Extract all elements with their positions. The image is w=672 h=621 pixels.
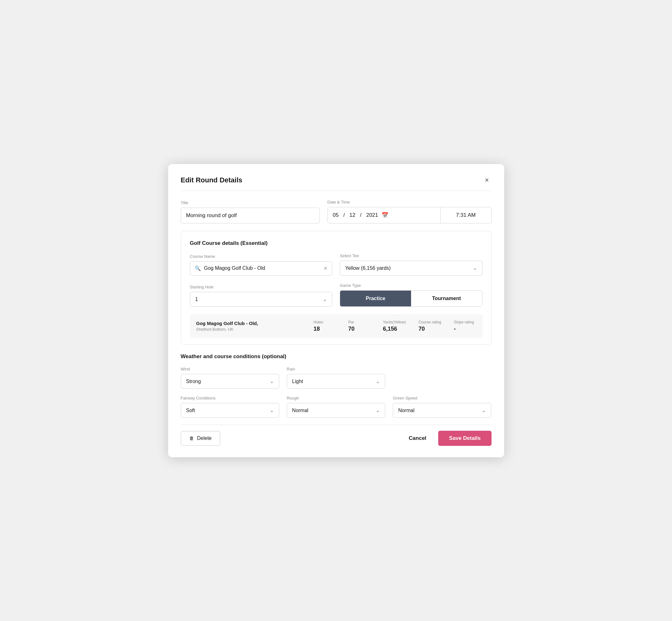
green-speed-select-wrapper: Slow Normal Fast Very Fast [393,403,491,418]
game-type-group: Game Type Practice Tournament [340,283,482,307]
holes-label: Holes [313,320,323,324]
date-sep1: / [342,212,346,218]
wind-label: Wind [181,367,279,371]
title-group: Title [181,200,320,223]
clear-course-icon[interactable]: ✕ [323,265,328,272]
golf-course-section-title: Golf Course details (Essential) [190,240,482,246]
hole-select-wrapper: 1234 5678 910 [190,292,333,307]
golf-course-section: Golf Course details (Essential) Course N… [181,231,492,344]
time-value: 7:31 AM [456,212,475,218]
course-rating-stat: Course rating 70 [418,320,441,332]
fairway-label: Fairway Conditions [181,396,279,401]
course-info-name-location: Gog Magog Golf Club - Old, Shelford Bott… [196,321,301,332]
green-speed-select[interactable]: Slow Normal Fast Very Fast [393,403,491,418]
hole-select[interactable]: 1234 5678 910 [190,292,333,307]
course-info-bar: Gog Magog Golf Club - Old, Shelford Bott… [190,314,482,338]
date-sep2: / [359,212,363,218]
rough-select[interactable]: Short Normal Long Very Long [287,403,385,418]
wind-rain-row: Wind None Light Moderate Strong Very Str… [181,367,492,389]
holes-stat: Holes 18 [313,320,336,332]
slope-rating-value: - [454,326,456,332]
date-day: 12 [349,212,355,218]
fairway-select[interactable]: Soft Normal Hard Very Hard [181,403,279,418]
starting-hole-label: Starting Hole [190,285,333,289]
green-speed-group: Green Speed Slow Normal Fast Very Fast [393,396,491,418]
conditions-section-title: Weather and course conditions (optional) [181,354,492,360]
par-label: Par [348,320,354,324]
green-speed-label: Green Speed [393,396,491,401]
rough-group: Rough Short Normal Long Very Long [287,396,385,418]
slope-rating-label: Slope rating [454,320,474,324]
holes-value: 18 [313,326,320,332]
fairway-rough-green-row: Fairway Conditions Soft Normal Hard Very… [181,396,492,418]
yards-stat: Yards(Yellow) 6,156 [383,320,406,332]
date-time-container: 05 / 12 / 2021 📅 7:31 AM [328,207,492,223]
course-name-label: Course Name [190,254,333,259]
starting-hole-group: Starting Hole 1234 5678 910 [190,285,333,307]
delete-label: Delete [197,436,212,441]
yards-label: Yards(Yellow) [383,320,406,324]
course-name-group: Course Name 🔍 ✕ [190,254,333,276]
par-stat: Par 70 [348,320,370,332]
calendar-icon: 📅 [381,212,388,219]
course-location-display: Shelford Bottom, UK [196,327,301,332]
slope-rating-stat: Slope rating - [454,320,476,332]
modal-title: Edit Round Details [181,176,243,184]
par-value: 70 [348,326,354,332]
rough-select-wrapper: Short Normal Long Very Long [287,403,385,418]
game-type-label: Game Type [340,283,482,288]
trash-icon: 🗑 [189,436,194,441]
conditions-section: Weather and course conditions (optional)… [181,354,492,418]
cancel-button[interactable]: Cancel [406,431,430,446]
date-time-label: Date & Time [328,200,492,204]
rain-select[interactable]: None Light Moderate Heavy [287,374,385,389]
title-label: Title [181,200,320,205]
select-tee-label: Select Tee [340,253,482,258]
title-date-row: Title Date & Time 05 / 12 / 2021 📅 7:31 … [181,200,492,223]
date-time-group: Date & Time 05 / 12 / 2021 📅 7:31 AM [328,200,492,223]
footer-right-buttons: Cancel Save Details [406,431,492,446]
date-month: 05 [333,212,339,218]
practice-button[interactable]: Practice [340,291,411,306]
fairway-group: Fairway Conditions Soft Normal Hard Very… [181,396,279,418]
wind-group: Wind None Light Moderate Strong Very Str… [181,367,279,389]
edit-round-modal: Edit Round Details × Title Date & Time 0… [168,164,504,457]
close-button[interactable]: × [482,175,492,185]
yards-value: 6,156 [383,326,397,332]
time-field[interactable]: 7:31 AM [441,207,491,223]
title-input[interactable] [181,208,320,223]
save-button[interactable]: Save Details [438,431,491,446]
date-field[interactable]: 05 / 12 / 2021 📅 [328,207,441,223]
course-name-input[interactable] [204,265,321,271]
course-tee-row: Course Name 🔍 ✕ Select Tee Yellow (6,156… [190,253,482,276]
delete-button[interactable]: 🗑 Delete [181,431,220,446]
course-search-wrapper[interactable]: 🔍 ✕ [190,261,333,276]
modal-header: Edit Round Details × [181,175,492,191]
tournament-button[interactable]: Tournament [411,291,482,306]
tee-select[interactable]: Yellow (6,156 yards) Red (5,200 yards) W… [340,261,482,276]
search-icon: 🔍 [195,265,201,272]
rain-group: Rain None Light Moderate Heavy [287,367,385,389]
date-year: 2021 [366,212,378,218]
course-rating-value: 70 [418,326,425,332]
course-rating-label: Course rating [418,320,441,324]
tee-select-wrapper: Yellow (6,156 yards) Red (5,200 yards) W… [340,261,482,276]
modal-footer: 🗑 Delete Cancel Save Details [181,425,492,446]
fairway-select-wrapper: Soft Normal Hard Very Hard [181,403,279,418]
course-name-display: Gog Magog Golf Club - Old, [196,321,301,326]
rain-label: Rain [287,367,385,371]
wind-select-wrapper: None Light Moderate Strong Very Strong [181,374,279,389]
rain-select-wrapper: None Light Moderate Heavy [287,374,385,389]
wind-select[interactable]: None Light Moderate Strong Very Strong [181,374,279,389]
hole-gametype-row: Starting Hole 1234 5678 910 Game Type Pr… [190,283,482,307]
game-type-toggle: Practice Tournament [340,290,482,307]
rough-label: Rough [287,396,385,401]
spacer [393,367,491,389]
select-tee-group: Select Tee Yellow (6,156 yards) Red (5,2… [340,253,482,276]
